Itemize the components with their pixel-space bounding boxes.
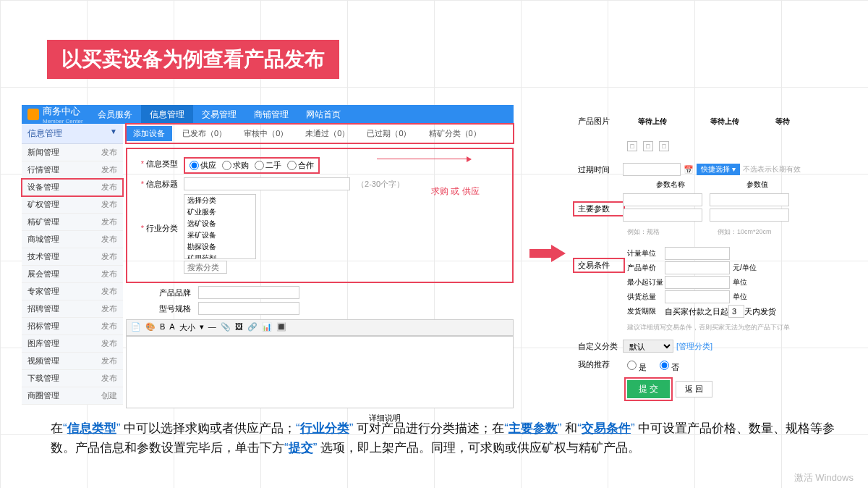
menu-info[interactable]: 信息管理 [141, 105, 193, 124]
radio-二手[interactable]: 二手 [255, 160, 281, 171]
sidebar-item-1[interactable]: 行情管理发布 [22, 161, 123, 179]
menu-member[interactable]: 会员服务 [89, 105, 141, 124]
radio-求购[interactable]: 求购 [222, 160, 249, 171]
header-bar: 商务中心 Member Center 会员服务 信息管理 交易管理 商铺管理 网… [22, 105, 514, 124]
param-val-input-1[interactable] [710, 193, 789, 206]
upload-slot-3[interactable]: 等待 [772, 117, 793, 127]
upload-slot-1[interactable]: 等待上传 [627, 117, 678, 127]
sidebar-item-3[interactable]: 矿权管理发布 [22, 196, 123, 214]
sidebar-header[interactable]: 信息管理 ▼ [22, 124, 123, 144]
label-industry: 行业分类 [146, 224, 178, 232]
recommend-no[interactable]: 否 [660, 361, 679, 373]
brand-sub: Member Center [43, 118, 83, 125]
deliver-days-input[interactable] [728, 305, 744, 318]
upload-slot-2[interactable]: 等待上传 [699, 117, 750, 127]
sidebar-header-label: 信息管理 [27, 127, 62, 140]
category-listbox[interactable]: 选择分类矿业服务选矿设备采矿设备勘探设备矿用药剂仪表仪器 [184, 194, 256, 259]
param-name-input-1[interactable] [623, 193, 702, 206]
tab-4[interactable]: 已过期（0） [359, 126, 418, 141]
back-button[interactable]: 返 回 [676, 381, 712, 397]
editor-tool[interactable]: ▾ [200, 322, 204, 333]
price-unit: 元/单位 [733, 263, 757, 273]
editor-tool[interactable]: 📄 [131, 322, 141, 333]
chevron-down-icon: ▼ [110, 127, 117, 140]
tab-3[interactable]: 未通过（0） [298, 126, 357, 141]
menu-home[interactable]: 网站首页 [297, 105, 349, 124]
expire-note: 不选表示长期有效 [743, 164, 801, 174]
total-unit: 单位 [733, 292, 747, 302]
manage-category-link[interactable]: [管理分类] [676, 341, 712, 352]
sidebar-item-7[interactable]: 展会管理发布 [22, 266, 123, 283]
tab-5[interactable]: 精矿分类（0） [422, 126, 488, 141]
sidebar-item-4[interactable]: 精矿管理发布 [22, 214, 123, 231]
editor-toolbar[interactable]: 📄🎨BA大小▾—📎🖼🔗📊🔳 [126, 319, 514, 336]
example-value: 例如：10cm*20cm [718, 227, 801, 237]
sidebar-item-10[interactable]: 招标管理发布 [22, 318, 123, 335]
form-block: * 信息类型 供应 求购 二手 合作 * 信息标题 （2-30个字） * 行业分… [126, 148, 514, 283]
calendar-icon[interactable]: 📅 [684, 165, 694, 174]
sidebar-item-2[interactable]: 设备管理发布 [22, 179, 123, 196]
info-title-input[interactable] [184, 177, 350, 190]
sidebar-item-0[interactable]: 新闻管理发布 [22, 144, 123, 161]
label-brand: 产品品牌 [126, 287, 198, 298]
big-arrow-icon [529, 245, 566, 262]
col-param-name: 参数名称 [627, 180, 714, 190]
label-trade-condition: 交易条件 [575, 260, 623, 271]
radio-合作[interactable]: 合作 [287, 160, 314, 171]
param-val-input-2[interactable] [710, 209, 789, 222]
annotation-text: 求购 或 供应 [431, 185, 480, 198]
menu-shop[interactable]: 商铺管理 [245, 105, 297, 124]
tab-2[interactable]: 审核中（0） [237, 126, 295, 141]
total-input[interactable] [665, 290, 730, 303]
editor-textarea[interactable] [126, 336, 514, 408]
sidebar-item-11[interactable]: 图库管理发布 [22, 335, 123, 353]
sidebar-item-14[interactable]: 商圈管理创建 [22, 387, 123, 405]
search-category-input[interactable] [184, 261, 227, 274]
radio-供应[interactable]: 供应 [190, 160, 216, 171]
menu-trade[interactable]: 交易管理 [193, 105, 245, 124]
tab-0[interactable]: 添加设备 [126, 126, 172, 141]
sidebar-item-12[interactable]: 视频管理发布 [22, 353, 123, 370]
editor-tool[interactable]: 🖼 [235, 322, 243, 333]
sidebar-item-9[interactable]: 招聘管理发布 [22, 300, 123, 318]
param-name-input-2[interactable] [623, 209, 702, 222]
label-main-param: 主要参数 [575, 203, 623, 214]
sidebar-item-13[interactable]: 下载管理发布 [22, 370, 123, 387]
brand-icon [27, 109, 39, 120]
editor-tool[interactable]: 📎 [221, 322, 231, 333]
lbl-unit-meas: 计量单位 [627, 248, 665, 258]
editor-tool[interactable]: 📊 [262, 322, 272, 333]
tab-1[interactable]: 已发布（0） [175, 126, 234, 141]
brand-input[interactable] [198, 286, 299, 299]
windows-watermark: 激活 Windows [794, 471, 854, 484]
expire-date-input[interactable] [623, 163, 681, 176]
recommend-yes[interactable]: 是 [627, 361, 647, 373]
example-name: 例如：规格 [627, 227, 710, 237]
label-self-category: 自定义分类 [575, 341, 623, 352]
editor-tool[interactable]: 🎨 [145, 322, 156, 333]
label-info-title: 信息标题 [146, 180, 178, 188]
editor-tool[interactable]: — [208, 322, 216, 333]
unit-price-input[interactable] [665, 261, 730, 274]
self-category-select[interactable]: 默认 [623, 340, 673, 353]
editor-tool[interactable]: 🔗 [247, 322, 258, 333]
left-screenshot: 商务中心 Member Center 会员服务 信息管理 交易管理 商铺管理 网… [22, 105, 514, 424]
editor-tool[interactable]: B [160, 322, 165, 333]
lbl-total: 供货总量 [627, 292, 665, 302]
editor-tool[interactable]: A [169, 322, 174, 333]
unit-meas-input[interactable] [665, 247, 730, 260]
sidebar-item-8[interactable]: 专家管理发布 [22, 283, 123, 300]
editor-tool[interactable]: 🔳 [276, 322, 286, 333]
quick-select-button[interactable]: 快捷选择 ▾ [697, 164, 740, 175]
upload-btn-icon[interactable]: □ [627, 141, 637, 151]
min-order-input[interactable] [665, 276, 730, 289]
crop-btn-icon[interactable]: □ [643, 141, 653, 151]
model-input[interactable] [198, 302, 299, 315]
sidebar-item-5[interactable]: 商城管理发布 [22, 231, 123, 248]
page-banner: 以买卖设备为例查看产品发布 [47, 40, 339, 79]
sidebar-item-6[interactable]: 技术管理发布 [22, 248, 123, 266]
submit-button[interactable]: 提 交 [627, 380, 670, 398]
editor-tool[interactable]: 大小 [179, 322, 195, 333]
title-hint: （2-30个字） [357, 180, 404, 188]
delete-btn-icon[interactable]: □ [659, 141, 669, 151]
